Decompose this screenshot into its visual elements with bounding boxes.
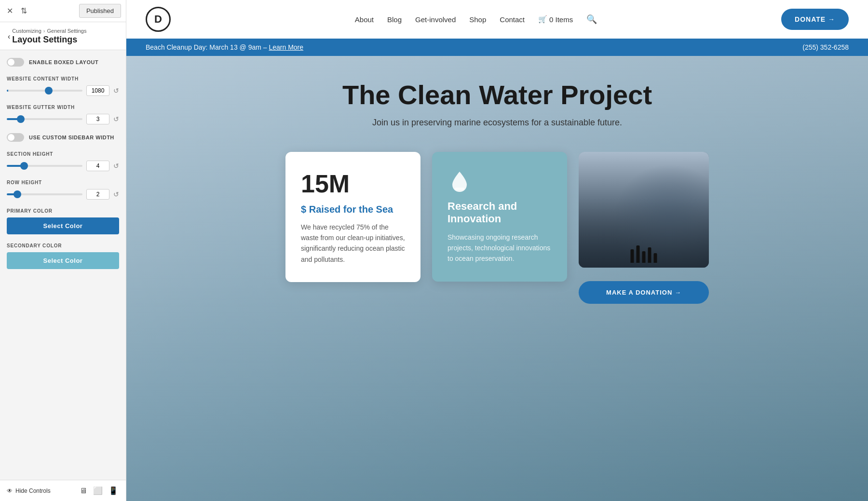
page-title: Layout Settings xyxy=(12,35,86,45)
row-height-label: ROW HEIGHT xyxy=(7,180,119,185)
breadcrumb-customizing: Customizing xyxy=(12,28,41,34)
section-height-label: SECTION HEIGHT xyxy=(7,151,119,157)
announcement-message: Beach Cleanup Day: March 13 @ 9am – xyxy=(146,43,267,51)
eye-icon: 👁 xyxy=(7,487,13,494)
logo-circle: D xyxy=(146,7,171,32)
hero-title: The Clean Water Project xyxy=(342,80,652,110)
cart-icon[interactable]: 🛒 0 Items xyxy=(538,15,573,24)
website-gutter-width-reset[interactable]: ↺ xyxy=(113,115,119,123)
secondary-color-label: SECONDARY COLOR xyxy=(7,243,119,248)
card-image-group: MAKE A DONATION → xyxy=(579,152,709,304)
section-height-input[interactable] xyxy=(86,161,109,171)
website-content-width-row: ↺ xyxy=(7,85,119,96)
website-gutter-width-label: WEBSITE GUTTER WIDTH xyxy=(7,105,119,110)
primary-color-button[interactable]: Select Color xyxy=(7,217,119,234)
announcement-text: Beach Cleanup Day: March 13 @ 9am – Lear… xyxy=(146,43,303,51)
breadcrumb-section: ‹ Customizing › General Settings Layout … xyxy=(0,22,126,50)
website-content-width-reset[interactable]: ↺ xyxy=(113,87,119,95)
card-raised-text: Raised for the Sea xyxy=(309,204,393,215)
use-custom-sidebar-width-row: USE CUSTOM SIDEBAR WIDTH xyxy=(7,133,119,142)
website-content-width-slider[interactable] xyxy=(7,90,82,92)
card-research-text: Showcasing ongoing research projects, te… xyxy=(448,232,552,264)
back-button[interactable]: ‹ xyxy=(8,32,10,41)
announcement-link[interactable]: Learn More xyxy=(269,43,303,51)
breadcrumb-general-settings: General Settings xyxy=(47,28,87,34)
sort-button[interactable]: ⇅ xyxy=(19,4,29,17)
primary-color-label: PRIMARY COLOR xyxy=(7,208,119,214)
silhouettes xyxy=(631,245,657,263)
website-content-width-label: WEBSITE CONTENT WIDTH xyxy=(7,76,119,81)
breadcrumb: Customizing › General Settings xyxy=(12,28,86,34)
desktop-view-button[interactable]: 🖥 xyxy=(79,485,88,496)
site-logo: D xyxy=(146,7,171,32)
donate-button[interactable]: DONATE → xyxy=(781,9,849,30)
enable-boxed-layout-label: ENABLE BOXED LAYOUT xyxy=(29,59,98,65)
section-height-reset[interactable]: ↺ xyxy=(113,162,119,170)
card-research-title: Research and Innovation xyxy=(448,200,552,225)
nav-blog[interactable]: Blog xyxy=(387,15,402,24)
mobile-view-button[interactable]: 📱 xyxy=(108,485,119,496)
dollar-sign: $ xyxy=(301,204,306,215)
bottom-bar: 👁 Hide Controls 🖥 ⬜ 📱 xyxy=(0,480,126,501)
cart-items-count: 0 Items xyxy=(549,15,573,24)
use-custom-sidebar-width-label: USE CUSTOM SIDEBAR WIDTH xyxy=(29,135,114,140)
section-height-row: ↺ xyxy=(7,161,119,171)
hero-subtitle: Join us in preserving marine ecosystems … xyxy=(342,118,652,128)
nav-get-involved[interactable]: Get-involved xyxy=(415,15,456,24)
card-title-colored: $ Raised for the Sea xyxy=(301,204,405,215)
card-research: Research and Innovation Showcasing ongoi… xyxy=(432,152,567,282)
breadcrumb-separator: › xyxy=(43,28,45,34)
water-drop-icon xyxy=(448,169,552,193)
nav-shop[interactable]: Shop xyxy=(469,15,486,24)
hero-content: The Clean Water Project Join us in prese… xyxy=(342,80,652,128)
enable-boxed-layout-toggle[interactable] xyxy=(7,58,24,67)
cart-icon-symbol: 🛒 xyxy=(538,15,547,24)
website-content-width-group: WEBSITE CONTENT WIDTH ↺ xyxy=(7,76,119,96)
section-height-group: SECTION HEIGHT ↺ xyxy=(7,151,119,171)
card-text: We have recycled 75% of the waste from o… xyxy=(301,222,405,265)
hide-controls-label: Hide Controls xyxy=(15,487,51,494)
website-gutter-width-slider[interactable] xyxy=(7,118,82,120)
nav-about[interactable]: About xyxy=(355,15,374,24)
svg-rect-0 xyxy=(455,188,464,190)
website-content-width-input[interactable] xyxy=(86,85,109,96)
primary-color-group: PRIMARY COLOR Select Color xyxy=(7,208,119,234)
website-gutter-width-input[interactable] xyxy=(86,114,109,124)
make-donation-button[interactable]: MAKE A DONATION → xyxy=(579,281,709,304)
top-bar: ✕ ⇅ Published xyxy=(0,0,126,22)
row-height-row: ↺ xyxy=(7,189,119,200)
website-gutter-width-group: WEBSITE GUTTER WIDTH ↺ xyxy=(7,105,119,124)
secondary-color-group: SECONDARY COLOR Select Color xyxy=(7,243,119,269)
hero-section: The Clean Water Project Join us in prese… xyxy=(126,56,868,501)
view-icons: 🖥 ⬜ 📱 xyxy=(79,485,119,496)
row-height-reset[interactable]: ↺ xyxy=(113,190,119,198)
card-stat: 15M xyxy=(301,169,405,198)
hide-controls-button[interactable]: 👁 Hide Controls xyxy=(7,487,51,494)
nav-contact[interactable]: Contact xyxy=(500,15,525,24)
secondary-color-button[interactable]: Select Color xyxy=(7,252,119,269)
card-image xyxy=(579,152,709,268)
row-height-slider[interactable] xyxy=(7,193,82,195)
preview-area: D About Blog Get-involved Shop Contact 🛒… xyxy=(126,0,868,501)
announcement-phone: (255) 352-6258 xyxy=(802,43,849,51)
section-height-slider[interactable] xyxy=(7,165,82,167)
row-height-input[interactable] xyxy=(86,189,109,200)
website-gutter-width-row: ↺ xyxy=(7,114,119,124)
toggle-knob-sidebar xyxy=(8,134,14,141)
customizer-panel: ✕ ⇅ Published ‹ Customizing › General Se… xyxy=(0,0,126,501)
cards-row: 15M $ Raised for the Sea We have recycle… xyxy=(285,152,709,304)
card-stats: 15M $ Raised for the Sea We have recycle… xyxy=(285,152,420,283)
search-icon[interactable]: 🔍 xyxy=(586,14,597,25)
site-header: D About Blog Get-involved Shop Contact 🛒… xyxy=(126,0,868,39)
use-custom-sidebar-width-toggle[interactable] xyxy=(7,133,24,142)
controls-area: ENABLE BOXED LAYOUT WEBSITE CONTENT WIDT… xyxy=(0,50,126,480)
top-bar-left: ✕ ⇅ xyxy=(5,4,29,17)
toggle-knob xyxy=(8,59,14,66)
enable-boxed-layout-row: ENABLE BOXED LAYOUT xyxy=(7,58,119,67)
row-height-group: ROW HEIGHT ↺ xyxy=(7,180,119,200)
announcement-bar: Beach Cleanup Day: March 13 @ 9am – Lear… xyxy=(126,39,868,56)
close-button[interactable]: ✕ xyxy=(5,4,15,17)
published-button[interactable]: Published xyxy=(79,4,121,18)
site-nav: About Blog Get-involved Shop Contact 🛒 0… xyxy=(355,14,597,25)
tablet-view-button[interactable]: ⬜ xyxy=(92,485,104,496)
